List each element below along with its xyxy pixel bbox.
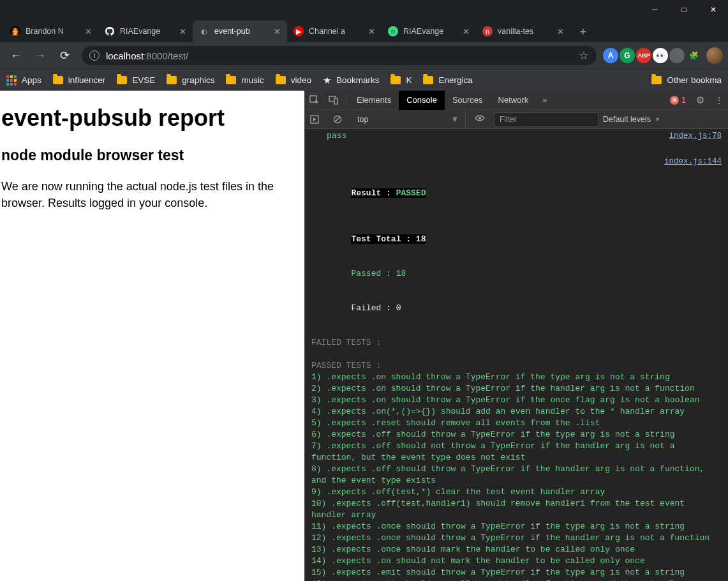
tab-close-icon[interactable]: ✕ bbox=[555, 26, 565, 36]
bookmarks-link-label: Bookmarks bbox=[336, 75, 380, 85]
browser-tab[interactable]: 🧑‍🚒Brandon N✕ bbox=[4, 20, 98, 42]
bookmarks-apps-label: Apps bbox=[22, 75, 41, 85]
bookmark-label: EVSE bbox=[132, 75, 155, 85]
bookmark-label: music bbox=[241, 75, 264, 85]
console-source-link[interactable]: index.js:78 bbox=[661, 130, 722, 142]
folder-icon bbox=[167, 76, 177, 84]
tab-title: vanilla-tes bbox=[498, 27, 550, 36]
bookmarks-apps-button[interactable]: Apps bbox=[6, 75, 41, 86]
extension-icon[interactable]: A bbox=[603, 48, 618, 63]
bookmark-star-icon[interactable]: ☆ bbox=[579, 49, 589, 63]
console-test-line: 5) .expects .reset should remove all eve… bbox=[311, 418, 722, 429]
console-test-line: 10) .expects .off(test,handler1) should … bbox=[311, 498, 722, 521]
devtools-settings-icon[interactable]: ⚙ bbox=[691, 94, 709, 106]
extension-icon[interactable]: G bbox=[620, 48, 635, 63]
folder-icon bbox=[53, 76, 63, 84]
live-expression-icon[interactable] bbox=[470, 114, 490, 124]
reload-button[interactable]: ⟳ bbox=[54, 45, 75, 66]
window-title-bar: ─ □ ✕ bbox=[0, 0, 728, 19]
bookmark-folder[interactable]: influencer bbox=[53, 75, 106, 85]
window-close-button[interactable]: ✕ bbox=[699, 0, 728, 19]
bookmark-folder[interactable]: EVSE bbox=[117, 75, 155, 85]
tab-close-icon[interactable]: ✕ bbox=[83, 26, 93, 36]
bookmarks-link[interactable]: ★ Bookmarks bbox=[323, 75, 380, 86]
window-maximize-button[interactable]: □ bbox=[669, 0, 699, 19]
page-subheading: node module browser test bbox=[1, 147, 303, 164]
bookmark-folder[interactable]: graphics bbox=[167, 75, 214, 85]
tab-favicon bbox=[105, 26, 115, 36]
bookmark-folder[interactable]: video bbox=[276, 75, 311, 85]
chevron-down-icon: ▼ bbox=[655, 116, 660, 123]
tab-close-icon[interactable]: ✕ bbox=[272, 26, 282, 36]
page-viewport: event-pubsub report node module browser … bbox=[0, 91, 304, 581]
bookmark-label: K bbox=[406, 75, 412, 85]
bookmark-folder[interactable]: Energica bbox=[423, 75, 472, 85]
devtools-tab[interactable]: Sources bbox=[445, 91, 491, 110]
content-area: event-pubsub report node module browser … bbox=[0, 91, 728, 581]
bookmark-folder[interactable]: K bbox=[390, 75, 412, 85]
devtools-error-badge[interactable]: ✕ 1 bbox=[665, 96, 691, 105]
devtools-tab[interactable]: Console bbox=[399, 91, 445, 110]
console-sidebar-toggle-icon[interactable] bbox=[305, 110, 324, 129]
console-filter-input[interactable]: Filter bbox=[494, 112, 599, 126]
devtools-panel: ElementsConsoleSourcesNetwork » ✕ 1 ⚙ ⋮ … bbox=[304, 91, 728, 581]
tab-favicon: ◐ bbox=[199, 26, 209, 36]
url-text: localhost:8000/test/ bbox=[106, 50, 188, 61]
svg-rect-2 bbox=[334, 98, 338, 104]
devtools-more-tabs-icon[interactable]: » bbox=[536, 95, 553, 105]
console-test-line: 2) .expects .on should throw a TypeError… bbox=[311, 383, 722, 395]
extension-icon[interactable]: 👀 bbox=[653, 48, 668, 63]
console-context-label: top bbox=[357, 115, 368, 124]
browser-tab[interactable]: ◐event-pub✕ bbox=[193, 20, 287, 42]
forward-button[interactable]: → bbox=[29, 45, 51, 66]
devtools-menu-icon[interactable]: ⋮ bbox=[709, 95, 728, 105]
console-levels-label: Default levels bbox=[603, 115, 651, 124]
url-path: :8000/test/ bbox=[144, 50, 188, 61]
extension-icon[interactable]: 🧩 bbox=[686, 48, 701, 63]
console-context-selector[interactable]: top ▼ bbox=[351, 110, 466, 128]
tab-close-icon[interactable]: ✕ bbox=[461, 26, 471, 36]
device-toolbar-icon[interactable] bbox=[324, 91, 343, 110]
console-passed-line: Passed : 18 bbox=[311, 257, 722, 291]
window-minimize-button[interactable]: ─ bbox=[640, 0, 669, 19]
console-test-line: 9) .expects .off(test,*) clear the test … bbox=[311, 487, 722, 498]
console-test-line: 11) .expects .once should throw a TypeEr… bbox=[311, 521, 722, 532]
clear-console-icon[interactable] bbox=[328, 110, 347, 129]
tab-favicon: ▶ bbox=[293, 26, 304, 36]
browser-tab[interactable]: RIAEvange✕ bbox=[98, 20, 193, 42]
bookmark-label: video bbox=[291, 75, 311, 85]
tab-favicon: n bbox=[388, 26, 398, 36]
tab-close-icon[interactable]: ✕ bbox=[177, 26, 188, 36]
browser-toolbar: ← → ⟳ i localhost:8000/test/ ☆ AGABP👀🧩 bbox=[0, 42, 728, 69]
address-bar[interactable]: i localhost:8000/test/ ☆ bbox=[82, 46, 597, 65]
inspect-element-icon[interactable] bbox=[305, 91, 324, 110]
extension-icon[interactable] bbox=[669, 48, 685, 63]
console-test-line: 8) .expects .off should throw a TypeErro… bbox=[311, 464, 722, 487]
console-source-link[interactable]: index.js:144 bbox=[657, 156, 722, 167]
devtools-tab[interactable]: Elements bbox=[349, 91, 399, 110]
console-test-line: 1) .expects .on should throw a TypeError… bbox=[311, 372, 722, 383]
tab-favicon: n bbox=[482, 26, 493, 36]
browser-tab[interactable]: nvanilla-tes✕ bbox=[476, 20, 570, 42]
console-failed-line: Failed : 0 bbox=[311, 291, 722, 326]
console-failed-header: FAILED TESTS : bbox=[311, 337, 722, 349]
tab-close-icon[interactable]: ✕ bbox=[366, 26, 376, 36]
site-info-icon[interactable]: i bbox=[89, 50, 100, 61]
browser-tab[interactable]: nRIAEvange✕ bbox=[382, 20, 476, 42]
console-output[interactable]: pass index.js:78 index.js:144 Result : P… bbox=[305, 129, 728, 581]
tab-title: RIAEvange bbox=[120, 27, 172, 36]
devtools-error-count: 1 bbox=[681, 96, 686, 105]
bookmark-folder[interactable]: music bbox=[226, 75, 264, 85]
tab-title: RIAEvange bbox=[403, 27, 456, 36]
other-bookmarks-button[interactable]: Other bookma bbox=[651, 75, 722, 85]
extension-icon[interactable]: ABP bbox=[636, 48, 651, 63]
new-tab-button[interactable]: + bbox=[574, 23, 592, 41]
browser-tab[interactable]: ▶Channel a✕ bbox=[287, 20, 382, 42]
back-button[interactable]: ← bbox=[5, 45, 27, 66]
devtools-tab[interactable]: Network bbox=[491, 91, 537, 110]
tab-favicon: 🧑‍🚒 bbox=[10, 26, 20, 36]
console-passed-header: PASSED TESTS : bbox=[311, 360, 722, 372]
profile-avatar[interactable] bbox=[706, 47, 723, 64]
console-test-line: 7) .expects .off should not throw a Type… bbox=[311, 441, 722, 464]
console-levels-selector[interactable]: Default levels ▼ bbox=[603, 115, 660, 124]
